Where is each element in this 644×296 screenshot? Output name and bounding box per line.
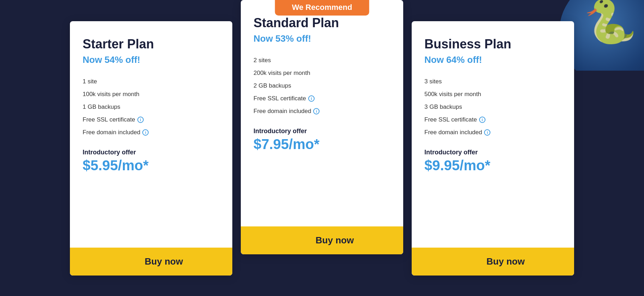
- feature-text: 2 GB backups: [254, 82, 291, 89]
- feature-item: Free SSL certificate i: [254, 92, 390, 105]
- info-icon[interactable]: i: [308, 95, 315, 102]
- feature-text: Free SSL certificate: [254, 95, 306, 102]
- plan-title: Starter Plan: [83, 37, 220, 52]
- feature-text: 200k visits per month: [254, 70, 310, 77]
- buy-now-button[interactable]: Buy now: [70, 248, 232, 276]
- introductory-label: Introductory offer: [83, 149, 220, 156]
- features-list: 1 site 100k visits per month 1 GB backup…: [83, 75, 220, 139]
- feature-item: 1 GB backups: [83, 101, 220, 113]
- plans-container: Starter Plan Now 54% off! 1 site 100k vi…: [0, 0, 644, 276]
- feature-text: 500k visits per month: [424, 91, 481, 98]
- feature-text: 2 sites: [254, 57, 271, 64]
- feature-item: 500k visits per month: [424, 88, 561, 101]
- info-icon[interactable]: i: [137, 117, 144, 123]
- plan-price: $9.95/mo*: [424, 158, 561, 173]
- plan-discount: Now 54% off!: [83, 54, 220, 65]
- features-list: 2 sites 200k visits per month 2 GB backu…: [254, 54, 390, 118]
- card-bottom-space: [254, 162, 390, 194]
- plan-discount: Now 64% off!: [424, 54, 561, 65]
- feature-text: Free SSL certificate: [83, 116, 135, 123]
- feature-item: Free domain included i: [83, 126, 220, 139]
- feature-item: 2 GB backups: [254, 79, 390, 92]
- feature-text: Free SSL certificate: [424, 116, 477, 123]
- buy-now-button[interactable]: Buy now: [241, 226, 403, 254]
- feature-item: Free domain included i: [254, 105, 390, 118]
- info-icon[interactable]: i: [142, 129, 149, 136]
- info-icon[interactable]: i: [313, 108, 320, 114]
- feature-item: 1 site: [83, 75, 220, 88]
- feature-text: Free domain included: [424, 129, 482, 136]
- feature-text: 3 sites: [424, 78, 442, 85]
- info-icon[interactable]: i: [484, 129, 490, 136]
- feature-text: Free domain included: [254, 108, 311, 115]
- feature-item: 2 sites: [254, 54, 390, 67]
- feature-item: Free SSL certificate i: [83, 113, 220, 126]
- we-recommend-banner: We Recommend: [275, 0, 369, 16]
- feature-text: Free domain included: [83, 129, 140, 136]
- feature-item: 3 GB backups: [424, 101, 561, 113]
- plan-card-starter: Starter Plan Now 54% off! 1 site 100k vi…: [70, 21, 232, 276]
- feature-text: 100k visits per month: [83, 91, 139, 98]
- info-icon[interactable]: i: [479, 117, 485, 123]
- card-bottom-space: [83, 183, 220, 215]
- feature-item: 200k visits per month: [254, 67, 390, 79]
- buy-now-button[interactable]: Buy now: [412, 248, 574, 276]
- feature-item: 100k visits per month: [83, 88, 220, 101]
- plan-price: $5.95/mo*: [83, 158, 220, 173]
- plan-discount: Now 53% off!: [254, 33, 390, 44]
- card-bottom-space: [424, 183, 561, 215]
- introductory-label: Introductory offer: [424, 149, 561, 156]
- feature-item: Free domain included i: [424, 126, 561, 139]
- plan-title: Business Plan: [424, 37, 561, 52]
- features-list: 3 sites 500k visits per month 3 GB backu…: [424, 75, 561, 139]
- plan-card-standard: We Recommend Standard Plan Now 53% off! …: [241, 0, 403, 254]
- feature-item: 3 sites: [424, 75, 561, 88]
- feature-item: Free SSL certificate i: [424, 113, 561, 126]
- introductory-label: Introductory offer: [254, 128, 390, 135]
- feature-text: 3 GB backups: [424, 103, 462, 111]
- feature-text: 1 site: [83, 78, 97, 85]
- plan-card-business: Business Plan Now 64% off! 3 sites 500k …: [412, 21, 574, 276]
- feature-text: 1 GB backups: [83, 103, 120, 111]
- plan-price: $7.95/mo*: [254, 136, 390, 152]
- plan-title: Standard Plan: [254, 16, 390, 30]
